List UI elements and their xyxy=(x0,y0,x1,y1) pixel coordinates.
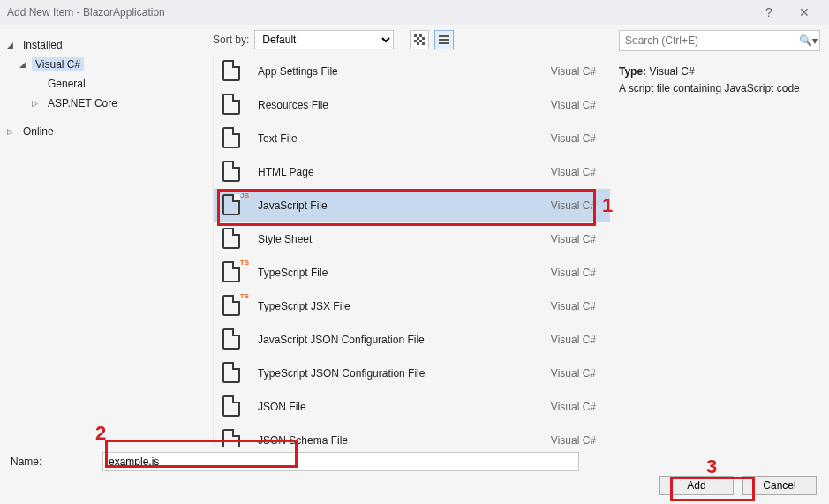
template-item[interactable]: HTML PageVisual C# xyxy=(214,155,610,189)
view-list-button[interactable] xyxy=(434,30,454,49)
tree-general[interactable]: General xyxy=(7,74,206,94)
chevron-down-icon: ◢ xyxy=(7,41,19,49)
tree-online[interactable]: ▷Online xyxy=(7,122,206,141)
template-name: App Settings File xyxy=(258,65,539,78)
template-name: TypeScript JSON Configuration File xyxy=(258,367,539,380)
file-icon xyxy=(222,228,245,251)
template-item[interactable]: JavaScript JSON Configuration FileVisual… xyxy=(214,323,610,357)
help-icon[interactable]: ? xyxy=(751,5,787,19)
template-language: Visual C# xyxy=(551,65,601,78)
list-icon xyxy=(439,35,449,44)
file-icon xyxy=(222,395,245,418)
template-description: A script file containing JavaScript code xyxy=(619,80,820,97)
template-name: Text File xyxy=(258,132,539,145)
template-name: TypeScript JSX File xyxy=(258,300,539,312)
chevron-down-icon: ◢ xyxy=(19,60,32,69)
template-language: Visual C# xyxy=(551,132,601,145)
search-icon[interactable]: 🔍▾ xyxy=(796,34,819,47)
view-grid-button[interactable] xyxy=(410,30,429,49)
template-name: HTML Page xyxy=(258,166,539,178)
template-list[interactable]: App Settings FileVisual C#Resources File… xyxy=(213,55,610,447)
file-icon xyxy=(222,362,245,385)
file-icon xyxy=(222,161,245,184)
close-icon[interactable]: ✕ xyxy=(787,5,822,19)
template-item[interactable]: Style SheetVisual C# xyxy=(214,222,610,256)
search-box[interactable]: 🔍▾ xyxy=(619,30,820,51)
category-tree: ◢Installed ◢Visual C# General ▷ASP.NET C… xyxy=(0,25,213,447)
cancel-button[interactable]: Cancel xyxy=(742,476,817,495)
file-icon: TS xyxy=(222,261,245,284)
name-label: Name: xyxy=(11,455,90,468)
type-label: Type: xyxy=(619,65,646,78)
template-item[interactable]: JSON Schema FileVisual C# xyxy=(214,424,610,447)
sort-toolbar: Sort by: Default xyxy=(213,25,610,55)
tree-aspnet-core[interactable]: ▷ASP.NET Core xyxy=(7,94,206,113)
window-title: Add New Item - BlazorApplication xyxy=(7,6,751,19)
template-item[interactable]: JSON FileVisual C# xyxy=(214,390,610,424)
tree-installed[interactable]: ◢Installed xyxy=(7,35,206,55)
name-input[interactable] xyxy=(102,452,579,471)
sort-select[interactable]: Default xyxy=(254,30,394,49)
add-button[interactable]: Add xyxy=(659,476,734,495)
template-name: JavaScript JSON Configuration File xyxy=(258,334,539,346)
template-language: Visual C# xyxy=(551,367,601,380)
template-item[interactable]: TypeScript JSON Configuration FileVisual… xyxy=(214,357,610,390)
template-item[interactable]: TSTypeScript FileVisual C# xyxy=(214,256,610,290)
type-value: Visual C# xyxy=(649,65,694,78)
template-language: Visual C# xyxy=(551,401,601,413)
file-icon xyxy=(222,60,245,83)
template-name: JavaScript File xyxy=(258,199,539,212)
template-name: JSON File xyxy=(258,401,539,413)
search-input[interactable] xyxy=(620,33,796,49)
template-name: JSON Schema File xyxy=(258,434,539,447)
template-language: Visual C# xyxy=(551,233,601,245)
titlebar: Add New Item - BlazorApplication ? ✕ xyxy=(0,0,829,25)
file-icon xyxy=(222,94,245,117)
template-item[interactable]: TSTypeScript JSX FileVisual C# xyxy=(214,290,610,323)
template-language: Visual C# xyxy=(551,300,601,312)
template-detail: Type: Visual C# A script file containing… xyxy=(619,51,820,97)
template-language: Visual C# xyxy=(551,166,601,178)
template-language: Visual C# xyxy=(551,267,601,279)
template-language: Visual C# xyxy=(551,199,601,212)
template-item[interactable]: JSJavaScript FileVisual C# xyxy=(214,189,610,222)
grid-icon xyxy=(414,34,425,45)
file-icon: TS xyxy=(222,295,245,318)
file-icon xyxy=(222,127,245,150)
file-icon xyxy=(222,328,245,351)
sort-label: Sort by: xyxy=(213,34,249,46)
footer: Name: Add Cancel xyxy=(0,447,829,504)
file-icon xyxy=(222,429,245,447)
template-name: Resources File xyxy=(258,99,539,111)
chevron-right-icon: ▷ xyxy=(32,99,44,108)
template-language: Visual C# xyxy=(551,99,601,111)
template-language: Visual C# xyxy=(551,434,601,447)
file-icon: JS xyxy=(222,194,245,217)
template-item[interactable]: Resources FileVisual C# xyxy=(214,88,610,122)
template-item[interactable]: App Settings FileVisual C# xyxy=(214,55,610,88)
chevron-right-icon: ▷ xyxy=(7,127,19,136)
template-item[interactable]: Text FileVisual C# xyxy=(214,122,610,155)
template-language: Visual C# xyxy=(551,334,601,346)
template-name: Style Sheet xyxy=(258,233,539,245)
tree-visual-csharp[interactable]: ◢Visual C# xyxy=(7,55,206,74)
template-name: TypeScript File xyxy=(258,267,539,279)
